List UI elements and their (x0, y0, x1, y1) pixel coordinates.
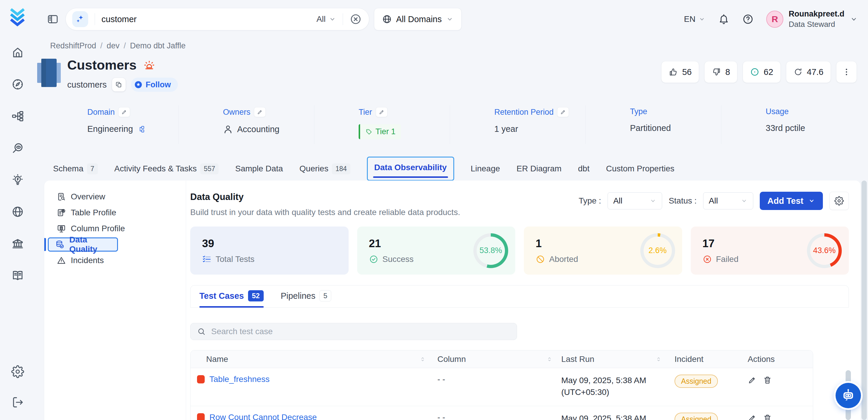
tier-badge[interactable]: Tier 1 (359, 124, 401, 139)
delete-trash-icon[interactable] (763, 414, 772, 420)
dq-settings-button[interactable] (829, 192, 849, 210)
user-menu[interactable]: R Rounakpreet.d Data Steward (766, 9, 858, 29)
alert-siren-icon[interactable] (143, 59, 155, 71)
test-case-search-input[interactable] (211, 327, 510, 336)
status-filter-value: All (709, 196, 718, 206)
edit-pencil-icon[interactable] (376, 107, 388, 117)
tab-test-cases[interactable]: Test Cases 52 (199, 290, 264, 307)
tab-dbt[interactable]: dbt (578, 164, 590, 173)
help-question-icon[interactable] (742, 13, 754, 25)
breadcrumb: RedshiftProd / dev / Demo dbt Jaffle (50, 41, 868, 51)
all-domains-label: All Domains (396, 14, 442, 24)
domains-globe-icon[interactable] (11, 205, 24, 218)
popularity-button[interactable]: 47.6 (786, 61, 831, 83)
breadcrumb-database[interactable]: dev (107, 41, 120, 51)
edit-icon[interactable] (748, 376, 756, 385)
subnav-item-data-quality[interactable]: Data Quality (48, 237, 118, 251)
incident-status-badge[interactable]: Assigned (675, 374, 718, 388)
add-test-label: Add Test (768, 196, 803, 206)
notifications-bell-icon[interactable] (718, 13, 730, 25)
sidebar-toggle-icon[interactable] (46, 13, 59, 25)
asset-titles: Customers customers Follow (67, 58, 178, 92)
failed-percent: 43.6% (807, 233, 842, 268)
home-icon[interactable] (11, 46, 24, 59)
copy-icon[interactable] (112, 78, 126, 91)
all-domains-button[interactable]: All Domains (374, 8, 462, 30)
status-filter-select[interactable]: All (703, 192, 753, 209)
edit-icon[interactable] (748, 414, 756, 420)
total-tests-label: Total Tests (216, 254, 254, 264)
breadcrumb-schema[interactable]: Demo dbt Jaffle (130, 41, 186, 51)
tab-lineage[interactable]: Lineage (471, 164, 500, 173)
upvote-button[interactable]: 56 (661, 61, 699, 83)
breadcrumb-connection[interactable]: RedshiftProd (50, 41, 96, 51)
section-description: Build trust in your data with quality te… (190, 208, 460, 217)
type-filter-select[interactable]: All (608, 192, 662, 209)
linked-process-icon (137, 125, 145, 133)
test-case-link[interactable]: Row Count Cannot Decrease (209, 413, 317, 420)
chatbot-button[interactable] (836, 383, 861, 408)
success-ring-gauge: 53.8% (473, 233, 508, 268)
user-name: Rounakpreet.d (789, 9, 844, 19)
tab-sample-data[interactable]: Sample Data (235, 164, 283, 173)
failed-ring-gauge: 43.6% (807, 233, 842, 268)
success-card: 21 Success 53.8% (357, 227, 516, 275)
search-scope-dropdown[interactable]: All (316, 14, 336, 24)
follow-button[interactable]: Follow (131, 78, 178, 92)
language-value: EN (684, 14, 695, 24)
tab-er-diagram[interactable]: ER Diagram (517, 164, 561, 173)
downvote-button[interactable]: 8 (704, 61, 737, 83)
page-scrollbar[interactable] (862, 181, 867, 420)
metadata-field-retention: Retention Period 1 year (450, 105, 585, 144)
sort-icon[interactable] (655, 356, 662, 362)
column-header-column[interactable]: Column (437, 355, 466, 364)
test-case-link[interactable]: Table_freshness (209, 374, 270, 384)
table-row: Row Count Cannot Decrease - - May 09, 20… (190, 406, 813, 420)
owners-value[interactable]: Accounting (237, 124, 280, 134)
ai-sparkle-icon[interactable] (72, 11, 88, 27)
app-logo-icon[interactable] (7, 6, 28, 27)
dq-inner-tabs: Test Cases 52 Pipelines 5 (190, 285, 849, 308)
glossary-book-icon[interactable] (11, 269, 24, 282)
page: RedshiftProd / dev / Demo dbt Jaffle Cus… (35, 38, 868, 420)
search-clear-icon[interactable] (349, 13, 362, 25)
logout-icon[interactable] (11, 396, 24, 409)
tab-data-observability[interactable]: Data Observability (367, 157, 454, 181)
sort-icon[interactable] (546, 356, 553, 362)
search-scope-value: All (316, 14, 326, 24)
edit-pencil-icon[interactable] (557, 107, 569, 117)
edit-pencil-icon[interactable] (254, 107, 266, 117)
subnav-item-overview[interactable]: Overview (44, 189, 186, 205)
views-button[interactable]: 62 (743, 61, 780, 83)
incident-status-badge[interactable]: Assigned (675, 413, 718, 420)
sort-icon[interactable] (420, 356, 426, 362)
add-test-button[interactable]: Add Test (760, 192, 823, 210)
marketplace-bank-icon[interactable] (11, 237, 24, 250)
subnav-item-table-profile[interactable]: Table Profile (44, 205, 186, 220)
language-dropdown[interactable]: EN (684, 14, 706, 24)
tab-activity-feeds[interactable]: Activity Feeds & Tasks557 (115, 163, 219, 174)
insights-bulb-icon[interactable] (11, 173, 24, 186)
tab-schema[interactable]: Schema7 (53, 163, 98, 174)
more-actions-button[interactable] (836, 61, 857, 83)
observability-eye-search-icon[interactable] (11, 142, 24, 154)
search-input[interactable] (101, 14, 316, 24)
subnav-item-column-profile[interactable]: Column Profile (44, 220, 186, 237)
governance-hierarchy-icon[interactable] (11, 110, 24, 123)
tab-queries[interactable]: Queries184 (299, 163, 350, 174)
subnav-item-incidents[interactable]: Incidents (44, 252, 186, 268)
column-header-last-run[interactable]: Last Run (561, 355, 594, 364)
tab-pipelines[interactable]: Pipelines 5 (281, 290, 331, 307)
circle-dot-icon (750, 67, 760, 77)
popularity-score: 47.6 (807, 67, 824, 77)
test-cases-table: Name Column Last Run Incident Actions (190, 350, 813, 420)
column-header-name[interactable]: Name (206, 355, 228, 364)
settings-gear-icon[interactable] (11, 365, 24, 378)
topbar-right: EN R Rounakpreet.d Data Steward (684, 9, 858, 29)
edit-pencil-icon[interactable] (118, 107, 130, 117)
discover-compass-icon[interactable] (11, 78, 24, 91)
owners-label: Owners (223, 108, 250, 117)
domain-value[interactable]: Engineering (87, 124, 133, 134)
delete-trash-icon[interactable] (763, 376, 772, 385)
tab-custom-properties[interactable]: Custom Properties (606, 164, 675, 173)
